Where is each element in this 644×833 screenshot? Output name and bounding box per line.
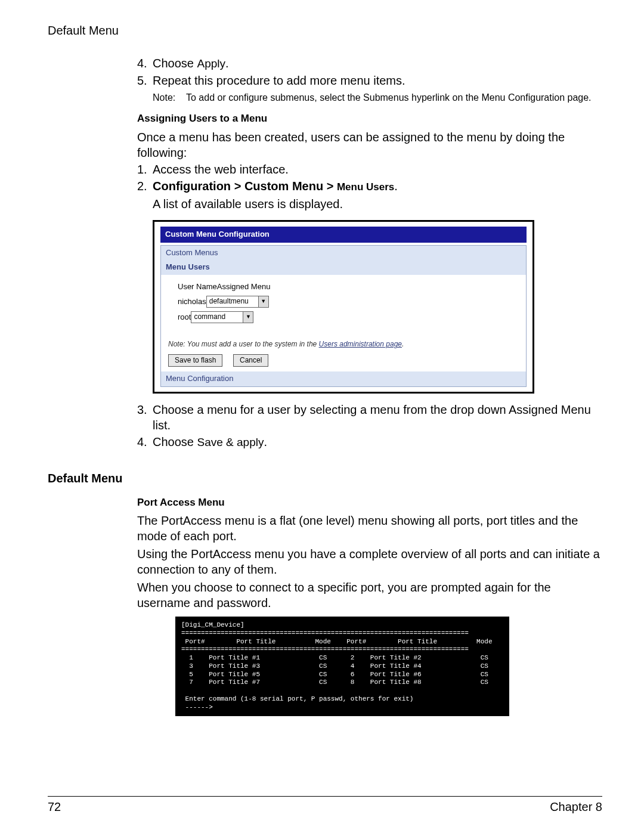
col-user-name: User Name	[178, 282, 217, 292]
step-5: 5. Repeat this procedure to add more men…	[137, 73, 602, 88]
step-number: 5.	[137, 73, 153, 88]
paragraph: When you choose to connect to a specific…	[137, 580, 602, 611]
text: Note: You must add a user to the system …	[168, 340, 319, 348]
chapter-label: Chapter 8	[550, 800, 602, 814]
ui-term: Save & apply	[197, 436, 264, 448]
tab-custom-menus[interactable]: Custom Menus	[161, 246, 526, 261]
step-text: Repeat this procedure to add more menu i…	[153, 73, 405, 88]
ui-term: Apply	[197, 57, 226, 70]
step-text: Choose Save & apply.	[153, 434, 267, 450]
step-number: 4.	[137, 55, 153, 72]
panel-box: Custom Menus Menu Users User Name Assign…	[160, 245, 527, 388]
panel-note: Note: You must add a user to the system …	[161, 335, 526, 352]
nav-path-last: Menu Users	[337, 181, 394, 193]
select-value: command	[191, 312, 243, 322]
text: Choose	[153, 435, 197, 448]
note-body: To add or configure submenus, select the…	[186, 92, 592, 104]
cell-menu: command ▼	[191, 311, 253, 323]
note: Note: To add or configure submenus, sele…	[153, 92, 602, 104]
paragraph: Using the PortAccess menu you have a com…	[137, 546, 602, 577]
cell-user: root	[178, 312, 191, 323]
text: Choose	[153, 57, 197, 70]
paragraph: The PortAccess menu is a flat (one level…	[137, 513, 602, 544]
body-column: Port Access Menu The PortAccess menu is …	[137, 496, 602, 716]
step-1: 1. Access the web interface.	[137, 162, 602, 177]
menu-users-panel: User Name Assigned Menu nicholas default…	[161, 275, 526, 335]
text: .	[394, 179, 398, 193]
figure-inner: Custom Menu Configuration Custom Menus M…	[154, 222, 532, 392]
step-number: 4.	[137, 434, 153, 450]
assigned-menu-select[interactable]: command ▼	[191, 311, 253, 323]
step-text: Configuration > Custom Menu > Menu Users…	[153, 178, 398, 194]
page: Default Menu 4. Choose Apply. 5. Repeat …	[0, 0, 644, 833]
step-text: Choose Apply.	[153, 55, 229, 72]
section-heading-default-menu: Default Menu	[48, 472, 602, 485]
save-to-flash-button[interactable]: Save to flash	[168, 354, 222, 367]
note-label: Note:	[153, 92, 186, 104]
paragraph: Once a menu has been created, users can …	[137, 129, 602, 160]
button-bar: Save to flash Cancel	[161, 352, 526, 372]
step-text: Choose a menu for a user by selecting a …	[153, 402, 602, 433]
terminal-screenshot: [Digi_CM_Device] =======================…	[175, 617, 509, 716]
select-value: defaultmenu	[207, 297, 258, 306]
step-3: 3. Choose a menu for a user by selecting…	[137, 402, 602, 433]
cell-user: nicholas	[178, 297, 206, 307]
text: .	[264, 435, 267, 448]
panel-title: Custom Menu Configuration	[160, 227, 527, 243]
assigned-menu-select[interactable]: defaultmenu ▼	[206, 296, 269, 308]
tab-menu-configuration[interactable]: Menu Configuration	[161, 371, 526, 386]
nav-path: Configuration > Custom Menu >	[153, 179, 337, 193]
users-admin-link[interactable]: Users administration page	[319, 340, 402, 348]
col-assigned-menu: Assigned Menu	[217, 282, 271, 292]
step-number: 2.	[137, 178, 153, 194]
text: .	[402, 340, 404, 348]
tab-menu-users[interactable]: Menu Users	[161, 260, 526, 275]
chevron-down-icon: ▼	[243, 312, 253, 323]
text: .	[225, 57, 229, 70]
cancel-button[interactable]: Cancel	[233, 354, 268, 367]
custom-menu-config-figure: Custom Menu Configuration Custom Menus M…	[153, 220, 534, 394]
step-2: 2. Configuration > Custom Menu > Menu Us…	[137, 178, 602, 194]
step-4b: 4. Choose Save & apply.	[137, 434, 602, 450]
paragraph: A list of available users is displayed.	[153, 196, 602, 212]
body-column: 4. Choose Apply. 5. Repeat this procedur…	[137, 55, 602, 450]
subheading-port-access: Port Access Menu	[137, 496, 602, 509]
step-text: Access the web interface.	[153, 162, 289, 177]
step-number: 3.	[137, 402, 153, 433]
step-number: 1.	[137, 162, 153, 177]
subheading-assigning-users: Assigning Users to a Menu	[137, 112, 602, 125]
page-footer: 72 Chapter 8	[48, 796, 602, 814]
running-header: Default Menu	[48, 24, 602, 38]
table-row: root command ▼	[178, 311, 521, 323]
chevron-down-icon: ▼	[258, 296, 268, 307]
page-number: 72	[48, 800, 61, 814]
step-4: 4. Choose Apply.	[137, 55, 602, 72]
table-row: nicholas defaultmenu ▼	[178, 296, 521, 308]
table-header: User Name Assigned Menu	[178, 282, 521, 292]
cell-menu: defaultmenu ▼	[206, 296, 269, 308]
